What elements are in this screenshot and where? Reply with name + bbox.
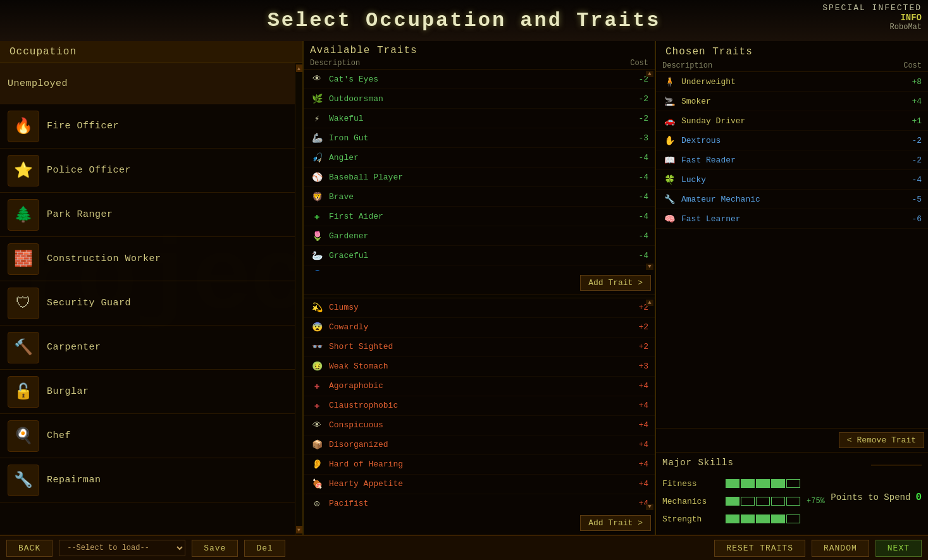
lucky-icon: 🍀 [662,173,676,186]
trait-item-graceful[interactable]: 🦢 Graceful -4 [304,246,655,265]
skill-pip-fitness-5 [786,479,800,488]
occupation-list: Unemployed 🔥 Fire Officer ⭐ Police Offic… [0,63,295,535]
occupation-scrollbar[interactable]: ▲ ▼ [295,63,302,535]
chosen-panel: Chosen Traits Description Cost 🧍 Underwe… [656,41,928,535]
points-value: 0 [915,492,922,503]
trait-item-hard-of-hearing[interactable]: 👂 Hard of Hearing +4 [304,455,655,475]
add-trait-button-upper[interactable]: Add Trait > [580,275,651,291]
occupation-item-chef[interactable]: 🍳 Chef [0,414,295,458]
trait-item-iron-gut[interactable]: 🦾 Iron Gut -3 [304,128,655,148]
info-button[interactable]: INFO [822,13,922,23]
chosen-item-smoker[interactable]: 🚬 Smoker +4 [656,92,928,111]
trait-item-inconspicuous[interactable]: 👤 Inconspicuous -4 [304,265,655,271]
trait-cost-inconspicuous: -4 [626,271,648,271]
occupation-item-construction-worker[interactable]: 🧱 Construction Worker [0,237,295,281]
chosen-name-amateur-mechanic: Amateur Mechanic [681,195,896,204]
chosen-item-fast-reader[interactable]: 📖 Fast Reader -2 [656,150,928,170]
chosen-cost-fast-reader: -2 [896,155,922,165]
trait-item-weak-stomach[interactable]: 🤢 Weak Stomach +3 [304,357,655,377]
add-trait-button-lower[interactable]: Add Trait > [580,515,651,531]
del-button[interactable]: Del [244,540,285,557]
trait-item-cats-eyes[interactable]: 👁 Cat's Eyes -2 [304,70,655,89]
positive-traits-section: Description Cost ▲ 👁 Cat's Eyes -2 🌿 Out… [304,58,655,295]
skill-pip-mechanics-4 [771,497,785,506]
trait-name-clumsy: Clumsy [329,303,626,312]
occupation-panel: Occupation Unemployed 🔥 Fire Officer ⭐ P… [0,41,304,535]
occupation-item-burglar[interactable]: 🔓 Burglar [0,370,295,414]
angler-icon: 🎣 [310,150,324,164]
trait-item-short-sighted[interactable]: 👓 Short Sighted +2 [304,338,655,357]
major-skills-title: Major Skills [662,458,734,468]
burglar-icon: 🔓 [8,376,39,408]
chosen-item-amateur-mechanic[interactable]: 🔧 Amateur Mechanic -5 [656,190,928,209]
occupation-item-fire-officer[interactable]: 🔥 Fire Officer [0,104,295,149]
hard-of-hearing-icon: 👂 [310,458,324,472]
occupation-item-police-officer[interactable]: ⭐ Police Officer [0,149,295,193]
iron-gut-icon: 🦾 [310,131,324,145]
chosen-col-header-description: Description [662,61,896,70]
occupation-item-carpenter[interactable]: 🔨 Carpenter [0,326,295,370]
chosen-item-sunday-driver[interactable]: 🚗 Sunday Driver +1 [656,111,928,131]
trait-item-pacifist[interactable]: ☮ Pacifist +4 [304,494,655,512]
chosen-item-underweight[interactable]: 🧍 Underweight +8 [656,72,928,92]
trait-name-hard-of-hearing: Hard of Hearing [329,460,626,469]
trait-item-cowardly[interactable]: 😨 Cowardly +2 [304,318,655,338]
occupation-item-park-ranger[interactable]: 🌲 Park Ranger [0,193,295,237]
trait-cost-cowardly: +2 [626,322,648,332]
pacifist-icon: ☮ [310,497,324,511]
header: Select Occupation and Traits [0,0,928,41]
occupation-item-security-guard[interactable]: 🛡 Security Guard [0,281,295,326]
save-button[interactable]: Save [192,540,238,557]
trait-item-disorganized[interactable]: 📦 Disorganized +4 [304,435,655,455]
trait-item-hearty-appetite[interactable]: 🍖 Hearty Appetite +4 [304,475,655,494]
skill-name-strength: Strength [662,514,726,524]
skill-pip-mechanics-5 [786,497,800,506]
reset-traits-button[interactable]: RESET TRAITS [714,540,805,557]
available-traits-col-headers: Description Cost [304,58,655,70]
trait-item-brave[interactable]: 🦁 Brave -4 [304,187,655,207]
back-button[interactable]: BACK [6,540,53,557]
chosen-item-lucky[interactable]: 🍀 Lucky -4 [656,170,928,190]
random-button[interactable]: RANDOM [812,540,869,557]
trait-item-gardener[interactable]: 🌷 Gardener -4 [304,226,655,246]
occupation-name-fire-officer: Fire Officer [47,121,119,131]
chosen-item-fast-learner[interactable]: 🧠 Fast Learner -6 [656,209,928,229]
chosen-traits-col-headers: Description Cost [656,60,928,72]
gardener-icon: 🌷 [310,229,324,243]
trait-item-baseball-player[interactable]: ⚾ Baseball Player -4 [304,167,655,187]
trait-cost-graceful: -4 [626,251,648,260]
skill-percent-mechanics: +75% [807,497,825,506]
construction-worker-icon: 🧱 [8,243,39,275]
next-button[interactable]: NEXT [875,540,922,557]
chosen-item-dextrous[interactable]: ✋ Dextrous -2 [656,131,928,150]
trait-item-claustrophobic[interactable]: ✚ Claustrophobic +4 [304,396,655,416]
negative-trait-scroll-down[interactable]: ▼ [646,504,653,510]
trait-cost-pacifist: +4 [626,499,648,508]
occupation-scroll-wrap: Unemployed 🔥 Fire Officer ⭐ Police Offic… [0,63,302,535]
occupation-panel-header: Occupation [0,41,302,63]
negative-trait-scroll-up[interactable]: ▲ [646,300,653,306]
trait-item-outdoorsman[interactable]: 🌿 Outdoorsman -2 [304,89,655,109]
occupation-item-repairman[interactable]: 🔧 Repairman [0,458,295,502]
positive-trait-list: ▲ 👁 Cat's Eyes -2 🌿 Outdoorsman -2 ⚡ Wak… [304,70,655,271]
police-officer-icon: ⭐ [8,155,39,186]
occupation-name-carpenter: Carpenter [47,342,101,353]
remove-trait-button[interactable]: < Remove Trait [839,432,924,448]
trait-item-wakeful[interactable]: ⚡ Wakeful -2 [304,109,655,128]
trait-cost-short-sighted: +2 [626,342,648,351]
select-load-dropdown[interactable]: --Select to load-- [59,540,185,556]
trait-item-agoraphobic[interactable]: ✚ Agoraphobic +4 [304,377,655,396]
chosen-cost-underweight: +8 [896,77,922,87]
trait-item-clumsy[interactable]: 💫 Clumsy +2 [304,298,655,318]
trait-item-angler[interactable]: 🎣 Angler -4 [304,148,655,167]
positive-trait-scroll-up[interactable]: ▲ [646,71,653,77]
occupation-item-unemployed[interactable]: Unemployed [0,63,295,104]
occupation-name-repairman: Repairman [47,475,101,485]
trait-name-brave: Brave [329,192,626,202]
skill-bar-strength [726,514,922,523]
trait-item-first-aider[interactable]: ✚ First Aider -4 [304,207,655,226]
chosen-cost-sunday-driver: +1 [896,116,922,126]
positive-trait-scroll-down[interactable]: ▼ [646,264,653,270]
skill-row-fitness: Fitness [662,477,922,490]
trait-item-conspicuous[interactable]: 👁 Conspicuous +4 [304,416,655,435]
